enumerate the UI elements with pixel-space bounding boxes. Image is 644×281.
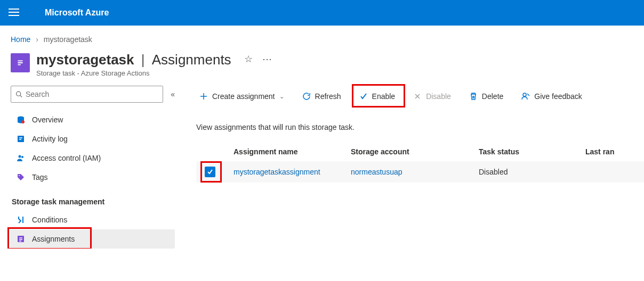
database-icon — [16, 115, 26, 125]
sidebar: « Overview Activity log Access control (… — [0, 86, 181, 249]
log-icon — [16, 134, 26, 144]
toolbar-label: Create assignment — [212, 92, 275, 101]
assignments-icon — [16, 234, 26, 244]
sidebar-item-assignments[interactable]: Assignments — [11, 229, 175, 249]
conditions-icon — [16, 215, 26, 225]
search-input[interactable] — [26, 90, 158, 98]
column-header-last-ran[interactable]: Last ran — [585, 147, 635, 156]
refresh-button[interactable]: Refresh — [299, 90, 344, 103]
portal-topbar: Microsoft Azure — [0, 0, 644, 26]
description-text: View assignments that will run this stor… — [196, 111, 644, 142]
main-content: Create assignment ⌄ Refresh Enable Disab… — [181, 86, 644, 249]
svg-point-9 — [523, 93, 526, 96]
sidebar-item-access-control[interactable]: Access control (IAM) — [11, 148, 175, 168]
toolbar-label: Give feedback — [534, 92, 582, 101]
favorite-button[interactable]: ☆ — [244, 53, 253, 65]
svg-point-1 — [17, 92, 21, 96]
sidebar-item-tags[interactable]: Tags — [11, 168, 175, 187]
breadcrumb-separator: › — [36, 35, 38, 44]
toolbar: Create assignment ⌄ Refresh Enable Disab… — [196, 86, 644, 111]
table-row[interactable]: mystoragetaskassignment normeastusuap Di… — [196, 161, 644, 183]
sidebar-item-label: Overview — [32, 115, 63, 124]
row-checkbox[interactable] — [205, 167, 215, 177]
breadcrumb-current: mystoragetask — [44, 35, 92, 44]
breadcrumb: Home › mystoragetask — [0, 26, 644, 48]
sidebar-section-title: Storage task management — [11, 187, 175, 210]
svg-point-6 — [21, 156, 23, 158]
sidebar-search[interactable] — [11, 86, 163, 103]
sidebar-item-label: Conditions — [32, 216, 67, 224]
toolbar-label: Disable — [426, 92, 451, 101]
resource-icon — [11, 53, 30, 72]
sidebar-item-label: Assignments — [32, 235, 75, 243]
toolbar-label: Enable — [372, 92, 396, 101]
svg-point-5 — [19, 155, 21, 158]
page-title: mystoragetask | Assignments — [36, 51, 231, 68]
sidebar-item-label: Access control (IAM) — [32, 154, 101, 162]
enable-button[interactable]: Enable — [356, 90, 399, 103]
create-assignment-button[interactable]: Create assignment ⌄ — [196, 90, 287, 103]
column-header-account[interactable]: Storage account — [351, 147, 479, 156]
sidebar-item-label: Activity log — [32, 135, 68, 143]
sidebar-item-conditions[interactable]: Conditions — [11, 210, 175, 229]
sidebar-item-overview[interactable]: Overview — [11, 110, 175, 129]
breadcrumb-home-link[interactable]: Home — [11, 35, 30, 44]
assignment-name-link[interactable]: mystoragetaskassignment — [234, 168, 320, 176]
assignments-table: Assignment name Storage account Task sta… — [196, 142, 644, 183]
page-header: mystoragetask | Assignments Storage task… — [0, 48, 644, 86]
svg-point-3 — [21, 120, 25, 123]
resource-type: Storage task - Azure Storage Actions — [36, 69, 231, 77]
tag-icon — [16, 172, 26, 182]
sidebar-item-label: Tags — [32, 173, 48, 181]
table-header-row: Assignment name Storage account Task sta… — [196, 142, 644, 161]
chevron-down-icon: ⌄ — [279, 93, 284, 100]
brand-name: Microsoft Azure — [45, 8, 109, 18]
task-status-value: Disabled — [479, 168, 508, 176]
feedback-button[interactable]: Give feedback — [518, 90, 585, 103]
toolbar-label: Refresh — [315, 92, 341, 101]
disable-button: Disable — [410, 90, 454, 103]
storage-account-link[interactable]: normeastusuap — [351, 168, 402, 176]
blade-name: Assignments — [152, 52, 231, 68]
toolbar-label: Delete — [482, 92, 503, 101]
delete-button[interactable]: Delete — [466, 90, 506, 103]
svg-rect-4 — [18, 136, 24, 142]
resource-name: mystoragetask — [36, 52, 134, 68]
collapse-sidebar-button[interactable]: « — [171, 90, 175, 98]
more-actions-button[interactable]: ⋯ — [262, 53, 272, 65]
menu-button[interactable] — [9, 9, 19, 17]
sidebar-item-activity-log[interactable]: Activity log — [11, 129, 175, 148]
title-separator: | — [141, 52, 145, 68]
column-header-status[interactable]: Task status — [479, 147, 585, 156]
column-header-name[interactable]: Assignment name — [234, 147, 351, 156]
svg-point-7 — [19, 175, 20, 176]
people-icon — [16, 153, 26, 163]
